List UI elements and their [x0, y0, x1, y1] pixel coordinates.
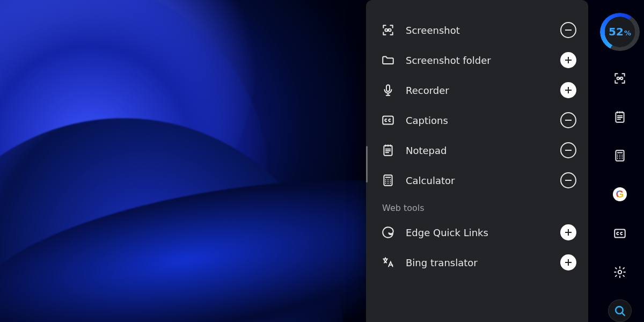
- remove-button[interactable]: [560, 142, 576, 158]
- add-button[interactable]: [560, 52, 576, 68]
- translator-icon: [380, 255, 396, 269]
- svg-rect-3: [383, 116, 393, 124]
- sidebar-calculator-button[interactable]: [608, 144, 632, 167]
- svg-rect-5: [384, 175, 392, 186]
- tool-row-screenshot-folder[interactable]: Screenshot folder: [368, 45, 583, 75]
- gauge-number: 52: [609, 25, 624, 38]
- captions-icon: [613, 226, 627, 240]
- notepad-icon: [613, 110, 627, 124]
- sidebar-captions-button[interactable]: [608, 222, 632, 245]
- tool-row-recorder[interactable]: Recorder: [368, 75, 583, 105]
- add-button[interactable]: [560, 82, 576, 98]
- sidebar-notepad-button[interactable]: [608, 106, 632, 128]
- gauge-value: 52%: [609, 25, 631, 38]
- remove-button[interactable]: [560, 22, 576, 38]
- tool-row-notepad[interactable]: Notepad: [368, 135, 583, 165]
- search-icon: [613, 304, 627, 318]
- tool-label: Screenshot folder: [406, 55, 551, 66]
- remove-button[interactable]: [560, 112, 576, 128]
- svg-rect-9: [616, 151, 624, 162]
- calculator-icon: [613, 149, 627, 163]
- screenshot-icon: [380, 23, 396, 37]
- svg-rect-2: [386, 85, 390, 91]
- game-bar-sidebar: 52% G: [596, 0, 644, 322]
- calculator-icon: [380, 173, 396, 187]
- microphone-icon: [380, 83, 396, 97]
- tool-label: Edge Quick Links: [406, 227, 551, 238]
- tool-label: Recorder: [406, 85, 551, 96]
- scrollbar-thumb[interactable]: [366, 146, 368, 182]
- tools-panel: Screenshot Screenshot folder Recorder: [366, 0, 588, 322]
- tool-row-screenshot[interactable]: Screenshot: [368, 15, 583, 45]
- gauge-unit: %: [624, 29, 631, 37]
- screenshot-icon: [613, 71, 627, 85]
- svg-point-11: [618, 270, 622, 274]
- tool-label: Captions: [406, 115, 551, 126]
- captions-icon: [380, 113, 396, 127]
- sidebar-search-button[interactable]: [608, 299, 632, 322]
- tool-label: Bing translator: [406, 257, 551, 268]
- svg-rect-10: [614, 229, 625, 237]
- sidebar-settings-button[interactable]: [608, 261, 632, 283]
- remove-button[interactable]: [560, 172, 576, 188]
- notepad-icon: [380, 143, 396, 157]
- performance-gauge[interactable]: 52%: [600, 13, 640, 51]
- tool-row-calculator[interactable]: Calculator: [368, 165, 583, 195]
- tool-row-edge-quick-links[interactable]: Edge Quick Links: [368, 217, 583, 247]
- tool-row-captions[interactable]: Captions: [368, 105, 583, 135]
- tool-row-bing-translator[interactable]: Bing translator: [368, 247, 583, 277]
- tool-label: Screenshot: [406, 25, 551, 36]
- add-button[interactable]: [560, 224, 576, 240]
- sidebar-screenshot-button[interactable]: [608, 67, 632, 90]
- sidebar-google-button[interactable]: G: [608, 183, 632, 206]
- tool-label: Calculator: [406, 175, 551, 186]
- google-icon: G: [613, 187, 627, 201]
- add-button[interactable]: [560, 254, 576, 270]
- edge-icon: [380, 225, 396, 239]
- tool-label: Notepad: [406, 145, 551, 156]
- gear-icon: [613, 265, 627, 279]
- section-header-web-tools: Web tools: [368, 195, 583, 217]
- folder-icon: [380, 53, 396, 67]
